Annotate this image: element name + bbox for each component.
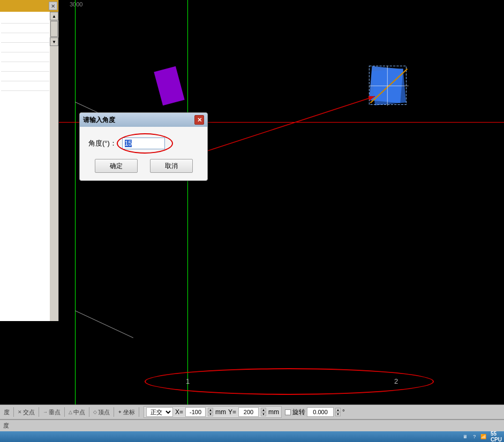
snap-coord-label: 坐标 (123, 408, 135, 416)
degree-label: 度 (4, 408, 10, 416)
panel-line (1, 14, 49, 24)
taskbar-right: 🖥 ? 📶 55 CPU (462, 431, 502, 442)
panel-header: ✕ (0, 0, 58, 12)
toolbar-sep (89, 407, 89, 417)
panel-lines (0, 12, 50, 93)
panel-line (1, 24, 49, 33)
canvas-number-1: 1 (186, 377, 190, 385)
dialog-buttons: 确定 取消 (88, 159, 199, 173)
blue-object (367, 63, 410, 109)
snap-cross[interactable]: ✕ 交点 (16, 408, 36, 416)
dialog-content: 角度(°)： 确定 取消 (80, 127, 207, 180)
rotate-label: 旋转 (292, 408, 305, 417)
snap-midpoint[interactable]: △ 中点 (67, 408, 87, 416)
panel-content (0, 12, 50, 321)
cross-icon: ✕ (18, 409, 22, 415)
scroll-down-button[interactable]: ▼ (50, 37, 58, 46)
rotate-unit: ° (342, 408, 345, 416)
y-spin-down[interactable]: ▼ (261, 412, 266, 416)
green-line-left (75, 0, 76, 407)
perp-icon: → (43, 409, 48, 415)
toolbar-sep (13, 407, 14, 417)
x-label: X= (175, 408, 183, 416)
toolbar-degree[interactable]: 度 (2, 408, 11, 416)
panel-scrollbar[interactable]: ▲ ▼ (50, 12, 58, 321)
vertex-icon: ◇ (93, 409, 97, 415)
angle-input-row: 角度(°)： (88, 138, 199, 149)
rotate-spin-up[interactable]: ▲ (335, 408, 341, 412)
angle-input-field[interactable] (122, 138, 165, 149)
taskbar: 🖥 ? 📶 55 CPU (0, 431, 504, 442)
y-spinners[interactable]: ▲ ▼ (261, 408, 266, 416)
panel-line (1, 33, 49, 43)
toolbar-sep (39, 407, 39, 417)
toolbar-sep (114, 407, 114, 417)
status-bar: 度 (0, 420, 504, 431)
snap-intersection-label: 交点 (23, 408, 35, 416)
x-spin-up[interactable]: ▲ (208, 408, 213, 412)
x-unit: mm (215, 408, 226, 416)
dialog-close-button[interactable]: ✕ (194, 115, 204, 125)
system-tray: 🖥 ? 📶 (462, 433, 487, 440)
toolbar-sep (139, 407, 139, 417)
dialog-title: 请输入角度 (83, 116, 115, 125)
mid-icon: △ (69, 409, 72, 415)
cancel-button[interactable]: 取消 (150, 159, 193, 173)
tray-icon-network: 📶 (480, 433, 487, 440)
angle-input-dialog: 请输入角度 ✕ 角度(°)： 确定 取消 (79, 112, 208, 181)
confirm-button[interactable]: 确定 (95, 159, 138, 173)
snap-vertex-label: 顶点 (98, 408, 110, 416)
rotate-checkbox[interactable] (285, 409, 291, 415)
panel-line (1, 52, 49, 62)
angle-label: 角度(°)： (88, 139, 117, 148)
coordinate-section: 正交 X= -100 ▲ ▼ mm Y= 200 ▲ ▼ mm (144, 406, 282, 418)
scroll-up-button[interactable]: ▲ (50, 12, 58, 20)
main-canvas: 3000 ✕ ▲ ▼ (0, 0, 504, 407)
y-value: 200 (238, 407, 259, 417)
canvas-number-2: 2 (394, 377, 398, 385)
rotate-section: 旋转 0.000 ▲ ▼ ° (285, 407, 345, 417)
purple-rectangle (154, 66, 184, 106)
x-spin-down[interactable]: ▼ (208, 412, 213, 416)
y-unit: mm (268, 408, 279, 416)
snap-perp-label: 垂点 (49, 408, 61, 416)
scroll-thumb[interactable] (50, 21, 58, 37)
snap-mode-dropdown[interactable]: 正交 (146, 407, 173, 417)
rotate-spinners[interactable]: ▲ ▼ (335, 408, 341, 416)
toolbar-sep (64, 407, 65, 417)
panel-line (1, 72, 49, 81)
rotate-value: 0.000 (307, 407, 334, 417)
svg-line-7 (179, 96, 375, 160)
arrow-overlay (0, 0, 504, 407)
snap-coord[interactable]: ✦ 坐标 (116, 408, 137, 416)
cpu-label: 55 CPU (491, 431, 502, 442)
rotate-spin-down[interactable]: ▼ (335, 412, 341, 416)
x-spinners[interactable]: ▲ ▼ (208, 408, 213, 416)
tray-icon-question: ? (471, 433, 478, 440)
coord-icon: ✦ (118, 409, 122, 415)
bottom-toolbar: 度 ✕ 交点 → 垂点 △ 中点 ◇ 顶点 ✦ 坐标 正交 X= -100 ▲ … (0, 405, 504, 420)
panel-line (1, 43, 49, 52)
snap-perpendicular[interactable]: → 垂点 (41, 408, 62, 416)
y-label: Y= (228, 408, 236, 416)
left-panel: ✕ ▲ ▼ (0, 0, 59, 321)
panel-line (1, 81, 49, 91)
y-spin-up[interactable]: ▲ (261, 408, 266, 412)
diag-line-bottom (75, 310, 133, 338)
panel-close-button[interactable]: ✕ (49, 2, 57, 10)
snap-mid-label: 中点 (73, 408, 85, 416)
status-text: 度 (3, 422, 9, 430)
ruler-label: 3000 (70, 1, 82, 7)
red-line-main (0, 122, 504, 123)
dialog-titlebar: 请输入角度 ✕ (80, 113, 207, 127)
panel-line (1, 62, 49, 72)
green-line-center (187, 0, 188, 407)
tray-icon-monitor: 🖥 (462, 433, 469, 440)
x-value: -100 (185, 407, 206, 417)
snap-vertex[interactable]: ◇ 顶点 (92, 408, 111, 416)
